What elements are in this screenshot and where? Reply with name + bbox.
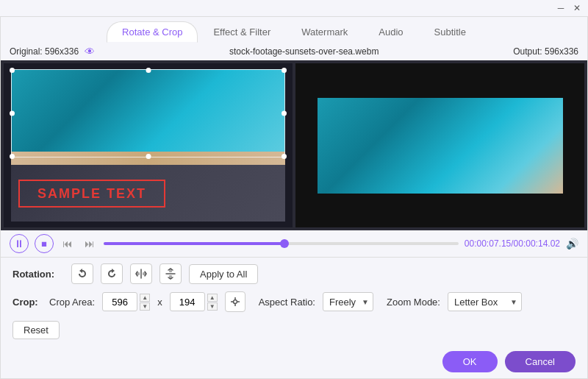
zoom-mode-label: Zoom Mode: [387, 297, 440, 308]
crop-width-spinner: ▲ ▼ [140, 294, 150, 311]
aspect-ratio-select-wrap: Freely 16:9 4:3 1:1 9:16 ▼ [323, 292, 373, 311]
aspect-ratio-label: Aspect Ratio: [259, 297, 315, 308]
timeline-thumb[interactable] [280, 239, 289, 248]
video-frame-beach [11, 152, 285, 165]
tab-subtitle[interactable]: Subtitle [419, 21, 481, 43]
x-separator: x [157, 297, 162, 308]
filename-label: stock-footage-sunsets-over-sea.webm [229, 46, 379, 57]
reset-button[interactable]: Reset [12, 321, 60, 339]
tab-rotate-crop[interactable]: Rotate & Crop [107, 21, 198, 43]
current-time: 00:00:07.15 [465, 238, 511, 249]
video-frame-top [11, 69, 285, 157]
svg-rect-2 [169, 269, 172, 272]
preview-area: SAMPLE TEXT [1, 60, 587, 230]
volume-icon[interactable]: 🔊 [566, 238, 578, 249]
center-crop-button[interactable] [225, 291, 245, 312]
tab-effect-filter[interactable]: Effect & Filter [198, 21, 286, 43]
output-size-label: Output: 596x336 [513, 46, 578, 57]
minimize-button[interactable]: ─ [556, 3, 566, 13]
svg-rect-1 [143, 272, 146, 275]
close-button[interactable]: ✕ [572, 3, 582, 13]
stop-button[interactable]: ⏹ [35, 234, 54, 253]
timeline-fill [104, 242, 284, 245]
svg-rect-3 [169, 275, 172, 279]
apply-to-all-button[interactable]: Apply to All [189, 264, 258, 284]
time-display: 00:00:07.15/00:00:14.02 [465, 238, 560, 249]
crop-area-label: Crop Area: [49, 297, 95, 308]
pause-button[interactable]: ⏸ [10, 234, 29, 253]
sample-text-overlay: SAMPLE TEXT [18, 180, 165, 208]
crop-width-down[interactable]: ▼ [140, 302, 150, 311]
zoom-mode-select-wrap: Letter Box Pan & Scan Full ▼ [448, 292, 522, 311]
original-size-label: Original: 596x336 [10, 46, 79, 57]
crop-label: Crop: [12, 297, 42, 308]
flip-horizontal-button[interactable] [130, 263, 152, 284]
flip-vertical-button[interactable] [159, 263, 182, 284]
playback-controls: ⏸ ⏹ ⏮ ⏭ 00:00:07.15/00:00:14.02 🔊 [1, 230, 587, 257]
tab-watermark[interactable]: Watermark [286, 21, 363, 43]
crop-height-down[interactable]: ▼ [207, 302, 218, 311]
options-section: Rotation: [1, 258, 587, 345]
timeline-bar[interactable] [104, 242, 459, 245]
preview-right [295, 63, 584, 227]
next-frame-button[interactable]: ⏭ [82, 236, 98, 251]
tab-audio[interactable]: Audio [363, 21, 418, 43]
crop-height-spinner: ▲ ▼ [207, 294, 218, 311]
crop-row: Crop: Crop Area: ▲ ▼ x ▲ ▼ [12, 291, 576, 312]
output-preview-frame [317, 98, 562, 194]
aspect-ratio-select[interactable]: Freely 16:9 4:3 1:1 9:16 [323, 292, 373, 311]
crop-height-input-wrap: ▲ ▼ [170, 292, 218, 311]
crop-width-input[interactable] [102, 292, 137, 311]
zoom-mode-select[interactable]: Letter Box Pan & Scan Full [448, 292, 522, 311]
ok-button[interactable]: OK [442, 351, 498, 372]
crop-width-up[interactable]: ▲ [140, 294, 150, 302]
svg-rect-0 [136, 272, 140, 275]
rotate-left-button[interactable] [71, 263, 93, 284]
rotation-label: Rotation: [12, 269, 64, 280]
total-time: 00:00:14.02 [514, 238, 560, 249]
eye-icon[interactable]: 👁 [85, 46, 95, 57]
rotation-row: Rotation: [12, 263, 576, 284]
crop-height-up[interactable]: ▲ [207, 294, 218, 302]
tab-bar: Rotate & Crop Effect & Filter Watermark … [1, 17, 587, 43]
prev-frame-button[interactable]: ⏮ [60, 236, 76, 251]
preview-left: SAMPLE TEXT [4, 63, 293, 227]
cancel-button[interactable]: Cancel [505, 351, 576, 372]
crop-height-input[interactable] [170, 292, 205, 311]
crop-width-input-wrap: ▲ ▼ [102, 292, 150, 311]
info-bar: Original: 596x336 👁 stock-footage-sunset… [1, 43, 587, 60]
svg-point-4 [233, 300, 237, 304]
rotate-right-button[interactable] [101, 263, 123, 284]
footer-bar: OK Cancel [1, 345, 587, 378]
